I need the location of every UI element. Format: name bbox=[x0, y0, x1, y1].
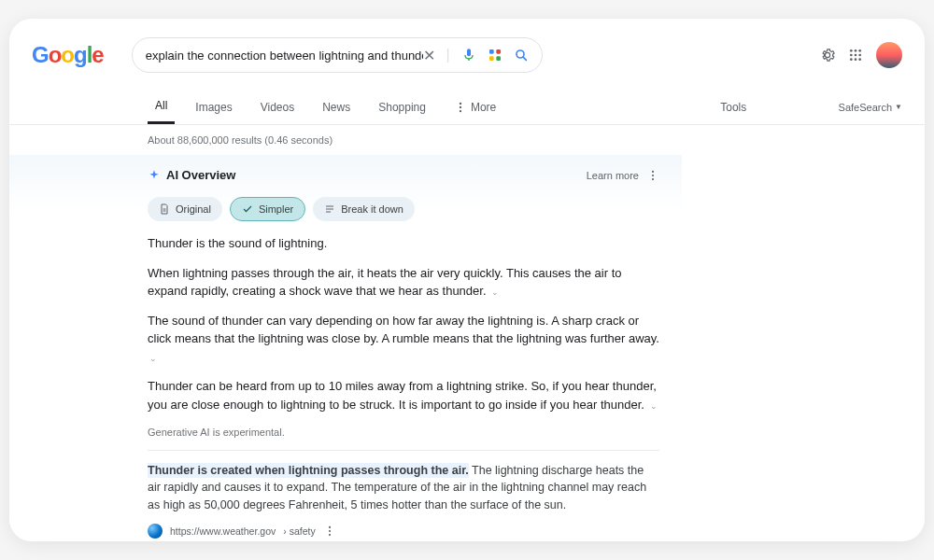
settings-icon[interactable] bbox=[820, 48, 835, 63]
chip-break-down[interactable]: Break it down bbox=[313, 197, 415, 221]
ai-paragraph: The sound of thunder can vary depending … bbox=[148, 312, 659, 367]
svg-rect-3 bbox=[496, 56, 501, 61]
svg-point-11 bbox=[858, 54, 861, 57]
clear-icon[interactable]: ✕ bbox=[423, 47, 435, 64]
tabs-bar: All Images Videos News Shopping More Too… bbox=[9, 90, 925, 125]
search-input[interactable] bbox=[146, 49, 423, 63]
svg-point-17 bbox=[460, 109, 461, 111]
ai-paragraph: When lightning passes through the air, i… bbox=[148, 264, 659, 301]
svg-rect-2 bbox=[489, 56, 494, 61]
ai-paragraph: Thunder can be heard from up to 10 miles… bbox=[148, 377, 659, 413]
svg-rect-0 bbox=[489, 49, 494, 54]
search-results-page: Google ✕ | All Images Videos News Shoppi… bbox=[9, 19, 925, 541]
tab-tools[interactable]: Tools bbox=[713, 91, 754, 123]
chip-original[interactable]: Original bbox=[148, 197, 222, 221]
google-logo[interactable]: Google bbox=[32, 42, 104, 68]
svg-point-13 bbox=[855, 58, 857, 61]
cite-path: › safety bbox=[283, 525, 315, 537]
list-icon bbox=[324, 203, 335, 215]
noaa-icon bbox=[148, 524, 163, 539]
expand-icon[interactable]: ⌄ bbox=[149, 354, 157, 363]
tab-videos[interactable]: Videos bbox=[253, 91, 302, 123]
tab-news[interactable]: News bbox=[315, 91, 358, 123]
svg-point-23 bbox=[329, 534, 331, 536]
tab-images[interactable]: Images bbox=[188, 91, 239, 123]
ai-overview-title: AI Overview bbox=[148, 168, 235, 182]
expand-icon[interactable]: ⌄ bbox=[491, 287, 499, 297]
result-citation: https://www.weather.gov › safety bbox=[148, 524, 659, 539]
ai-overview-body: Thunder is the sound of lightning. When … bbox=[148, 234, 659, 441]
header: Google ✕ | bbox=[9, 19, 925, 73]
document-icon bbox=[159, 203, 170, 215]
tab-shopping[interactable]: Shopping bbox=[371, 91, 433, 123]
check-icon bbox=[242, 203, 253, 215]
svg-point-8 bbox=[858, 49, 861, 52]
svg-point-20 bbox=[652, 178, 654, 180]
svg-point-21 bbox=[329, 526, 331, 528]
ai-disclaimer: Generative AI is experimental. bbox=[148, 425, 659, 441]
result-menu-icon[interactable] bbox=[323, 525, 336, 538]
mic-icon[interactable] bbox=[461, 48, 476, 63]
safesearch-toggle[interactable]: SafeSearch ▼ bbox=[839, 102, 902, 113]
ai-overview-section: AI Overview Learn more Original Simpler … bbox=[9, 155, 682, 541]
svg-point-15 bbox=[460, 102, 461, 104]
expand-icon[interactable]: ⌄ bbox=[650, 401, 658, 411]
featured-snippet: Thunder is created when lightning passes… bbox=[148, 462, 659, 514]
ai-menu-icon[interactable] bbox=[646, 169, 659, 182]
svg-point-9 bbox=[850, 54, 853, 57]
tab-all[interactable]: All bbox=[148, 90, 175, 124]
apps-icon[interactable] bbox=[848, 48, 863, 63]
divider bbox=[148, 450, 659, 451]
search-box[interactable]: ✕ | bbox=[132, 37, 543, 73]
avatar[interactable] bbox=[876, 42, 902, 68]
ai-paragraph: Thunder is the sound of lightning. bbox=[148, 234, 659, 253]
svg-point-10 bbox=[855, 54, 857, 57]
snippet-highlight: Thunder is created when lightning passes… bbox=[148, 463, 469, 478]
svg-point-18 bbox=[652, 170, 654, 172]
sparkle-icon bbox=[148, 169, 161, 182]
result-stats: About 88,600,000 results (0.46 seconds) bbox=[9, 125, 925, 155]
svg-point-7 bbox=[855, 49, 857, 52]
cite-url[interactable]: https://www.weather.gov bbox=[170, 525, 276, 537]
svg-point-22 bbox=[329, 530, 331, 532]
more-dots-icon bbox=[454, 101, 467, 114]
svg-rect-1 bbox=[496, 49, 501, 54]
search-icon[interactable] bbox=[514, 48, 529, 63]
svg-point-19 bbox=[652, 174, 654, 175]
svg-point-12 bbox=[850, 58, 853, 61]
svg-point-16 bbox=[460, 105, 461, 107]
learn-more-link[interactable]: Learn more bbox=[587, 170, 639, 181]
lens-icon[interactable] bbox=[488, 48, 502, 63]
svg-line-5 bbox=[523, 57, 526, 60]
chevron-down-icon: ▼ bbox=[895, 103, 902, 111]
svg-point-14 bbox=[858, 58, 861, 61]
svg-point-6 bbox=[850, 49, 853, 52]
tab-more[interactable]: More bbox=[446, 91, 503, 123]
chip-simpler[interactable]: Simpler bbox=[230, 197, 305, 221]
